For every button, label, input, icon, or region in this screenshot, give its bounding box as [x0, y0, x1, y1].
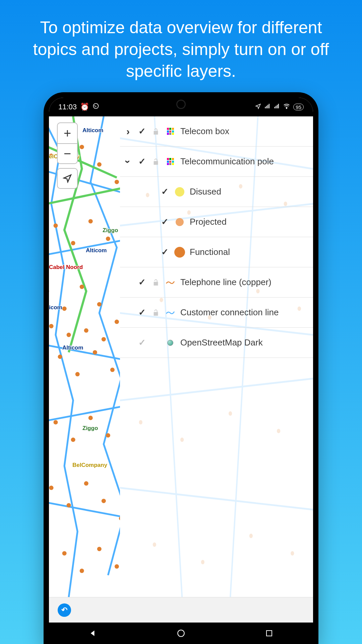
signal-icon: [274, 103, 280, 111]
svg-point-34: [71, 438, 75, 442]
status-time: 11:03: [58, 103, 77, 111]
svg-point-9: [286, 108, 287, 109]
map-place-label: BelCompany: [72, 462, 107, 469]
svg-point-25: [49, 324, 53, 328]
svg-point-33: [54, 420, 58, 424]
legend-line-icon: [165, 280, 176, 285]
svg-point-39: [84, 481, 88, 486]
map-place-label: Ziggo: [82, 425, 98, 432]
layer-row-projected[interactable]: ✓Projected: [120, 207, 313, 237]
svg-point-62: [178, 630, 184, 637]
locate-me-button[interactable]: [57, 168, 78, 189]
color-grid-icon: [165, 128, 176, 135]
svg-rect-1: [265, 107, 266, 109]
nav-back-icon[interactable]: [87, 629, 99, 638]
layer-label: Telecom box: [180, 126, 308, 137]
unlock-icon[interactable]: [152, 158, 160, 166]
color-grid-icon: [165, 158, 176, 165]
svg-point-59: [201, 560, 204, 564]
chevron-down-icon[interactable]: ›: [122, 157, 134, 166]
svg-rect-5: [275, 107, 275, 109]
layer-row-cust-conn[interactable]: ›✓Customer connection line: [120, 298, 313, 328]
chevron-right-icon[interactable]: ›: [123, 126, 133, 137]
layer-row-telecom-box[interactable]: ›✓Telecom box: [120, 116, 313, 147]
layer-check-icon[interactable]: ✓: [160, 217, 170, 227]
svg-point-45: [115, 564, 119, 569]
layer-check-icon[interactable]: ✓: [160, 186, 170, 197]
location-icon: [255, 103, 261, 111]
alarm-icon: ⏰: [80, 103, 89, 111]
svg-point-30: [75, 372, 80, 376]
zoom-in-button[interactable]: +: [58, 123, 77, 143]
svg-point-27: [84, 328, 88, 333]
svg-point-35: [88, 416, 93, 420]
map-place-label: Alticom: [86, 247, 107, 254]
svg-point-40: [102, 499, 106, 503]
svg-rect-4: [269, 104, 269, 109]
svg-point-13: [97, 162, 102, 167]
svg-rect-7: [277, 105, 278, 109]
svg-point-55: [180, 438, 184, 442]
svg-point-42: [62, 551, 67, 555]
zoom-out-button[interactable]: −: [58, 143, 77, 163]
phone-screen: 11:03 ⏰ 95: [49, 98, 313, 644]
svg-point-58: [153, 542, 156, 547]
svg-point-61: [291, 551, 294, 555]
svg-point-36: [106, 433, 110, 437]
layer-row-functional[interactable]: ✓Functional: [120, 237, 313, 267]
map-place-label: Alticom: [82, 127, 103, 134]
unlock-icon[interactable]: [152, 278, 160, 286]
nav-home-icon[interactable]: [175, 629, 187, 638]
nav-recent-icon[interactable]: [263, 629, 275, 638]
layer-label: OpenStreetMap Dark: [180, 337, 308, 348]
layer-check-icon[interactable]: ✓: [137, 307, 147, 318]
layer-check-icon[interactable]: ✓: [160, 247, 170, 257]
svg-point-37: [49, 486, 53, 490]
svg-point-15: [54, 223, 58, 228]
map-place-label: Cabel Noord: [49, 264, 83, 271]
legend-dot-icon: [174, 187, 185, 197]
layer-row-disused[interactable]: ✓Disused: [120, 177, 313, 207]
app-body: AlticomelCompanyZiggoAlticomCabel Noordi…: [49, 116, 313, 597]
phone-frame: 11:03 ⏰ 95: [44, 92, 318, 644]
layer-check-icon[interactable]: ✓: [137, 156, 147, 167]
layers-panel[interactable]: ›✓Telecom box›✓Telecommunication pole✓Di…: [120, 116, 313, 597]
layer-row-telecom-pole[interactable]: ›✓Telecommunication pole: [120, 147, 313, 177]
svg-point-57: [277, 429, 280, 433]
svg-point-44: [97, 547, 102, 551]
svg-point-23: [97, 302, 102, 307]
signal-icon: [264, 103, 270, 111]
svg-point-60: [249, 534, 253, 538]
legend-dot-icon: [174, 218, 185, 226]
svg-rect-2: [266, 106, 267, 109]
promo-heading: To optimize data overview for different …: [20, 17, 342, 82]
svg-point-43: [80, 569, 84, 573]
layer-label: Disused: [190, 186, 308, 197]
layer-check-icon[interactable]: ✓: [137, 126, 147, 137]
camera-punch-icon: [176, 100, 186, 109]
svg-rect-3: [267, 105, 268, 109]
layer-check-icon[interactable]: ✓: [137, 337, 147, 348]
unlock-icon[interactable]: [152, 309, 160, 317]
map-place-label: Alticom: [62, 344, 83, 351]
bottom-toolbar: ↶: [49, 597, 313, 623]
layer-row-tel-line[interactable]: ›✓Telephone line (copper): [120, 267, 313, 298]
svg-point-29: [58, 355, 62, 359]
undo-button[interactable]: ↶: [58, 603, 71, 617]
svg-point-16: [71, 241, 75, 245]
svg-point-28: [102, 337, 106, 341]
map-place-label: Ziggo: [103, 227, 118, 234]
layer-row-osm-dark[interactable]: ›✓OpenStreetMap Dark: [120, 328, 313, 358]
unlock-icon[interactable]: [152, 127, 160, 136]
svg-point-24: [115, 320, 119, 324]
layer-check-icon[interactable]: ✓: [137, 277, 147, 287]
legend-dot-icon: [165, 340, 176, 346]
map-area[interactable]: AlticomelCompanyZiggoAlticomCabel Noordi…: [49, 116, 120, 597]
battery-icon: 95: [293, 104, 304, 110]
svg-rect-63: [266, 631, 272, 636]
svg-point-26: [67, 333, 71, 337]
legend-dot-icon: [174, 247, 185, 258]
android-nav-bar: [49, 623, 313, 644]
svg-point-18: [106, 236, 110, 241]
svg-point-14: [115, 180, 119, 184]
